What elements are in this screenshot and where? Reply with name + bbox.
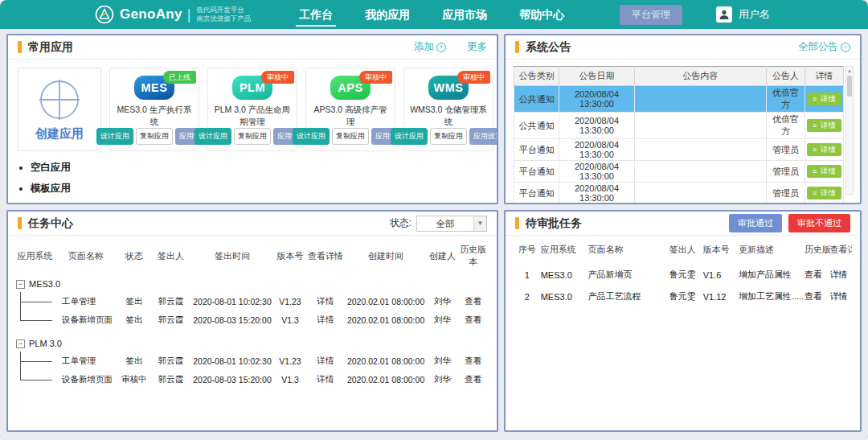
chevron-down-icon: ▼ — [473, 216, 486, 231]
tagline-line2: 南京优倍旗下产品 — [196, 14, 251, 23]
task-detail-link[interactable]: 详情 — [307, 296, 345, 307]
task-version: V1.23 — [273, 297, 306, 306]
all-announcements-link[interactable]: 全部公告› — [798, 40, 850, 54]
approve-button[interactable]: 审批通过 — [729, 214, 782, 232]
copy-app-button[interactable]: 复制应用 — [234, 128, 271, 145]
announcement-row[interactable]: 平台通知2020/08/04 13:30:00管理员≡ 详情 — [514, 139, 844, 161]
design-app-button[interactable]: 设计应用 — [293, 128, 330, 145]
task-detail-link[interactable]: 详情 — [307, 374, 345, 385]
announcement-row[interactable]: 公共通知2020/08/04 13:30:00优倍官方≡ 详情 — [514, 86, 844, 113]
nav-item-app-market[interactable]: 应用市场 — [440, 1, 489, 28]
brand-divider: | — [187, 6, 191, 23]
panel-common-apps: 常用应用 添加+ 更多 创建应用 — [6, 34, 498, 204]
app-card-actions: 设计应用复制应用应用设置 — [391, 128, 498, 145]
announcement-row[interactable]: 平台通知2020/08/04 13:30:00管理员≡ 详情 — [514, 161, 844, 183]
user-avatar-icon — [716, 6, 732, 23]
announcement-detail-button[interactable]: ≡ 详情 — [807, 187, 841, 199]
approval-row[interactable]: 2MES3.0产品工艺流程鲁元雯V1.12增加工艺属性......查看详情 — [514, 286, 852, 307]
task-history-link[interactable]: 查看 — [458, 374, 489, 385]
task-group-name: PLM 3.0 — [29, 339, 62, 348]
task-col-header: 状态 — [117, 250, 150, 262]
appr-history-link[interactable]: 查看 — [805, 269, 830, 281]
appr-description: 增加产品属性 — [739, 269, 805, 281]
app-settings-button[interactable]: 应用设置 — [469, 128, 498, 145]
task-checkout-by: 郭云霞 — [151, 296, 191, 307]
scroll-up-arrow-icon[interactable]: ▲ — [846, 67, 853, 75]
ann-col-header: 公告内容 — [634, 67, 766, 86]
create-app-card[interactable]: 创建应用 — [18, 68, 101, 151]
announcements-table: 公告类别公告日期公告内容公告人详情 公共通知2020/08/04 13:30:0… — [514, 66, 844, 203]
announcements-scrollbar[interactable]: ▲ — [845, 66, 854, 195]
user-menu[interactable]: 用户名 — [716, 6, 770, 23]
appr-history-link[interactable]: 查看 — [805, 290, 830, 302]
task-version: V1.3 — [273, 375, 306, 384]
announcements-body: 公告类别公告日期公告内容公告人详情 公共通知2020/08/04 13:30:0… — [506, 60, 860, 203]
announcement-detail-button[interactable]: ≡ 详情 — [807, 165, 841, 178]
task-row[interactable]: 设备新增页面签出郭云霞2020-08-03 15:20:00V1.3详情2020… — [16, 310, 489, 329]
app-card-aps: 审核中APSAPS3.0 高级排产管理设计应用复制应用应用设置 — [305, 68, 395, 151]
list-icon: ≡ — [813, 167, 817, 175]
appr-detail-link[interactable]: 详情 — [830, 269, 852, 281]
task-history-link[interactable]: 查看 — [458, 356, 489, 367]
platform-admin-button[interactable]: 平台管理 — [620, 5, 682, 25]
task-creator: 刘华 — [428, 374, 458, 385]
username-label: 用户名 — [739, 7, 770, 22]
task-status: 签出 — [117, 315, 150, 326]
list-icon: ≡ — [813, 146, 817, 154]
announcement-detail-button[interactable]: ≡ 详情 — [807, 143, 841, 156]
more-apps-link[interactable]: 更多 — [467, 40, 487, 54]
nav-item-help-center[interactable]: 帮助中心 — [518, 1, 566, 28]
ann-col-header: 详情 — [805, 67, 844, 86]
create-option-0[interactable]: 空白应用 — [31, 161, 101, 175]
task-row[interactable]: 设备新增页面审核中郭云霞2020-08-03 15:20:00V1.3详情202… — [16, 370, 489, 389]
appr-col-header: 历史版本 — [805, 244, 830, 256]
announcement-row[interactable]: 公共通知2020/08/04 13:30:00优倍官方≡ 详情 — [514, 113, 844, 139]
approval-row[interactable]: 1MES3.0产品新增页鲁元雯V1.6增加产品属性查看详情 — [514, 264, 852, 286]
status-select[interactable]: 全部 ▼ — [416, 216, 487, 232]
task-created-time: 2020.02.01 08:00:00 — [345, 356, 428, 366]
appr-col-header: 序号 — [514, 244, 541, 256]
ann-date: 2020/08/04 13:30:00 — [559, 139, 634, 161]
collapse-icon[interactable]: − — [16, 280, 25, 289]
nav-item-workbench[interactable]: 工作台 — [297, 1, 334, 28]
status-filter: 状态: 全部 ▼ — [390, 216, 487, 232]
task-history-link[interactable]: 查看 — [458, 296, 489, 307]
task-col-header: 查看详情 — [307, 250, 345, 262]
appr-description: 增加工艺属性...... — [739, 290, 805, 302]
design-app-button[interactable]: 设计应用 — [96, 128, 133, 145]
announcement-detail-button[interactable]: ≡ 详情 — [807, 93, 841, 105]
task-checkout-time: 2020-08-01 10:02:30 — [191, 297, 274, 306]
task-history-link[interactable]: 查看 — [458, 315, 489, 326]
task-detail-link[interactable]: 详情 — [307, 315, 345, 326]
ann-publisher: 优倍官方 — [766, 113, 805, 139]
ann-detail-cell: ≡ 详情 — [805, 113, 844, 139]
add-app-link[interactable]: 添加+ — [414, 40, 446, 54]
copy-app-button[interactable]: 复制应用 — [332, 128, 369, 145]
appr-detail-link[interactable]: 详情 — [830, 290, 852, 302]
task-center-header: 任务中心 状态: 全部 ▼ — [8, 212, 497, 236]
task-group-plm3.0: −PLM 3.0工单管理签出郭云霞2020-08-01 10:02:30V1.2… — [16, 335, 489, 389]
appr-page-name: 产品新增页 — [588, 269, 669, 281]
reject-button[interactable]: 审批不通过 — [788, 214, 850, 232]
task-created-time: 2020.02.01 08:00:00 — [345, 375, 428, 384]
task-detail-link[interactable]: 详情 — [307, 356, 345, 367]
ann-col-header: 公告类别 — [514, 67, 559, 86]
task-col-header: 页面名称 — [54, 250, 117, 262]
copy-app-button[interactable]: 复制应用 — [430, 128, 467, 145]
navbar-right: 平台管理 用户名 — [620, 5, 868, 25]
announcement-detail-button[interactable]: ≡ 详情 — [807, 119, 841, 132]
design-app-button[interactable]: 设计应用 — [194, 128, 231, 145]
announcement-row[interactable]: 平台通知2020/08/04 13:30:00管理员≡ 详情 — [514, 183, 844, 204]
collapse-icon[interactable]: − — [16, 339, 25, 348]
create-option-1[interactable]: 模板应用 — [31, 182, 101, 195]
tree-branch-line — [20, 310, 54, 329]
scrollbar-thumb[interactable] — [847, 76, 852, 97]
common-apps-header: 常用应用 添加+ 更多 — [8, 35, 497, 60]
app-card-plm: 审核中PLMPLM 3.0 产品生命周期管理设计应用复制应用应用设置 — [207, 68, 297, 151]
task-row[interactable]: 工单管理签出郭云霞2020-08-01 10:02:30V1.23详情2020.… — [16, 292, 489, 310]
design-app-button[interactable]: 设计应用 — [391, 128, 428, 145]
app-status-badge: 审核中 — [457, 71, 490, 84]
task-row[interactable]: 工单管理签出郭云霞2020-08-01 10:02:30V1.23详情2020.… — [16, 352, 489, 370]
copy-app-button[interactable]: 复制应用 — [136, 128, 173, 145]
nav-item-my-apps[interactable]: 我的应用 — [363, 1, 411, 28]
